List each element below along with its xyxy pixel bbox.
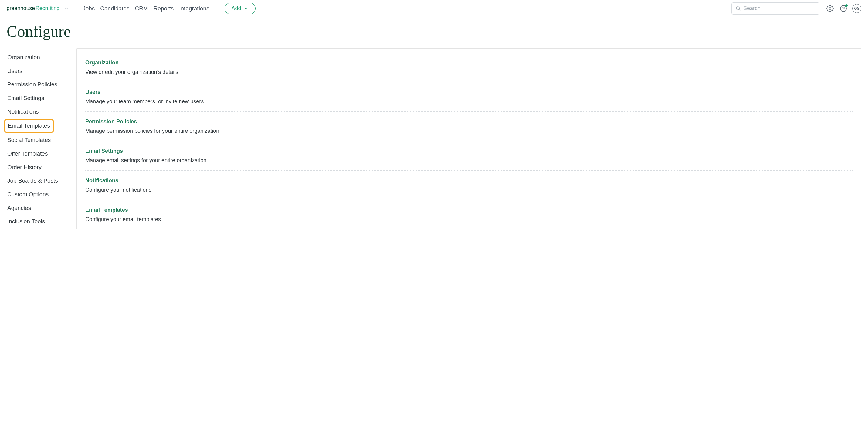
gear-icon [827, 5, 834, 12]
section-link-users[interactable]: Users [85, 89, 100, 95]
chevron-down-icon [244, 6, 249, 11]
nav-jobs[interactable]: Jobs [83, 5, 95, 12]
section-desc: Manage email settings for your entire or… [85, 157, 852, 164]
brand-part1: greenhouse [7, 5, 35, 11]
sidebar-item-email-templates[interactable]: Email Templates [4, 119, 54, 133]
section-link-permission-policies[interactable]: Permission Policies [85, 118, 137, 125]
section-desc: Manage permission policies for your enti… [85, 128, 852, 134]
svg-point-0 [736, 6, 740, 10]
page-body: Configure Organization Users Permission … [0, 17, 868, 229]
primary-nav: Jobs Candidates CRM Reports Integrations [83, 5, 209, 12]
section-email-templates: Email Templates Configure your email tem… [85, 200, 852, 229]
user-initials: GS [854, 6, 859, 11]
svg-point-2 [829, 8, 831, 9]
nav-crm[interactable]: CRM [135, 5, 148, 12]
sidebar: Organization Users Permission Policies E… [7, 48, 76, 228]
topbar-actions: GS [826, 4, 861, 13]
search-field[interactable] [732, 2, 819, 15]
page-title: Configure [7, 23, 861, 40]
search-input[interactable] [743, 5, 815, 11]
section-link-notifications[interactable]: Notifications [85, 177, 118, 184]
nav-candidates[interactable]: Candidates [100, 5, 129, 12]
brand-logo[interactable]: greenhouse Recruiting [7, 5, 60, 11]
brand-switcher-caret[interactable] [64, 6, 69, 11]
sidebar-item-permission-policies[interactable]: Permission Policies [7, 78, 76, 91]
layout: Organization Users Permission Policies E… [7, 48, 861, 229]
sidebar-item-email-settings[interactable]: Email Settings [7, 91, 76, 105]
section-link-organization[interactable]: Organization [85, 59, 119, 66]
section-desc: Manage your team members, or invite new … [85, 99, 852, 105]
chevron-down-icon [64, 6, 69, 11]
help-button[interactable] [839, 4, 848, 13]
section-link-email-templates[interactable]: Email Templates [85, 207, 128, 213]
sidebar-item-custom-options[interactable]: Custom Options [7, 188, 76, 201]
section-desc: Configure your email templates [85, 216, 852, 223]
sidebar-item-offer-templates[interactable]: Offer Templates [7, 147, 76, 161]
notification-dot-icon [845, 4, 848, 7]
section-desc: Configure your notifications [85, 187, 852, 193]
section-notifications: Notifications Configure your notificatio… [85, 171, 852, 200]
sidebar-item-users[interactable]: Users [7, 64, 76, 78]
content-panel: Organization View or edit your organizat… [76, 48, 861, 229]
section-email-settings: Email Settings Manage email settings for… [85, 141, 852, 171]
sidebar-item-order-history[interactable]: Order History [7, 161, 76, 174]
section-desc: View or edit your organization's details [85, 69, 852, 75]
sidebar-item-notifications[interactable]: Notifications [7, 105, 76, 119]
section-permission-policies: Permission Policies Manage permission po… [85, 112, 852, 141]
search-icon [735, 5, 741, 11]
nav-reports[interactable]: Reports [154, 5, 174, 12]
sidebar-item-organization[interactable]: Organization [7, 51, 76, 64]
sidebar-item-social-templates[interactable]: Social Templates [7, 133, 76, 147]
topbar: greenhouse Recruiting Jobs Candidates CR… [0, 0, 868, 17]
nav-integrations[interactable]: Integrations [179, 5, 209, 12]
add-button[interactable]: Add [225, 3, 255, 14]
brand-part2: Recruiting [35, 5, 60, 11]
section-organization: Organization View or edit your organizat… [85, 53, 852, 82]
svg-line-1 [739, 9, 740, 10]
sidebar-item-job-boards-posts[interactable]: Job Boards & Posts [7, 174, 76, 188]
user-avatar[interactable]: GS [852, 4, 861, 13]
add-button-label: Add [231, 5, 241, 11]
sidebar-item-inclusion-tools[interactable]: Inclusion Tools [7, 215, 76, 228]
settings-button[interactable] [826, 4, 835, 13]
section-users: Users Manage your team members, or invit… [85, 82, 852, 112]
section-link-email-settings[interactable]: Email Settings [85, 148, 123, 154]
sidebar-item-agencies[interactable]: Agencies [7, 201, 76, 215]
